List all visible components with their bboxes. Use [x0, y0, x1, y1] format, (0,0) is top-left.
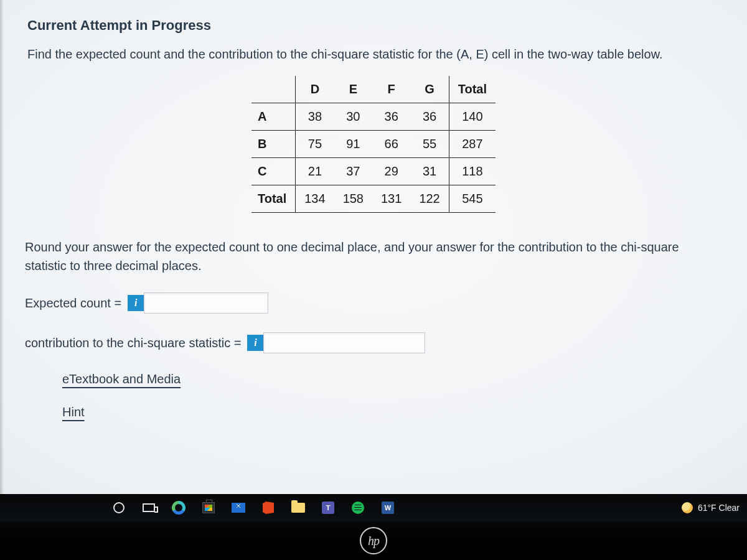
taskbar-left: T W [105, 495, 402, 520]
teams-icon: T [322, 502, 334, 514]
table-row: A 38 30 36 36 140 [251, 103, 496, 131]
table-cell-total: 140 [449, 103, 496, 131]
rounding-instructions: Round your answer for the expected count… [25, 238, 722, 275]
mail-button[interactable] [224, 495, 253, 520]
resource-links: eTextbook and Media Hint [62, 372, 722, 438]
task-view-icon [143, 503, 155, 512]
windows-taskbar: T W 61°F Clear [0, 494, 747, 521]
table-cell: 36 [372, 103, 410, 131]
table-cell: 31 [410, 158, 449, 185]
col-header: F [372, 76, 410, 103]
row-header: C [251, 158, 296, 185]
spotify-button[interactable] [344, 495, 372, 520]
etextbook-link[interactable]: eTextbook and Media [62, 372, 181, 386]
expected-count-input[interactable] [144, 292, 268, 314]
table-cell: 134 [296, 185, 334, 213]
task-view-button[interactable] [134, 495, 163, 520]
table-cell: 29 [372, 158, 410, 185]
col-header: E [334, 76, 372, 103]
expected-count-row: Expected count = i [25, 292, 722, 314]
start-button[interactable] [105, 495, 133, 520]
mail-icon [232, 503, 245, 513]
col-header: G [410, 76, 449, 103]
table-cell: 37 [334, 158, 372, 185]
section-title: Current Attempt in Progress [27, 17, 722, 34]
two-way-table: D E F G Total A 38 30 36 36 140 B [251, 76, 496, 213]
table-cell: 21 [296, 158, 334, 185]
edge-icon [172, 501, 186, 515]
store-button[interactable] [194, 495, 223, 520]
table-cell-total: 118 [449, 158, 496, 185]
teams-button[interactable]: T [314, 495, 342, 520]
table-cell: 36 [410, 103, 449, 131]
row-header-total: Total [251, 185, 296, 213]
contribution-label: contribution to the chi-square statistic… [25, 336, 241, 350]
table-cell: 75 [296, 131, 334, 158]
table-row: C 21 37 29 31 118 [251, 158, 496, 185]
taskbar-right: 61°F Clear [682, 502, 742, 513]
table-cell: 38 [296, 103, 334, 131]
office-icon [263, 502, 274, 514]
info-icon[interactable]: i [247, 335, 263, 351]
weather-icon [682, 502, 693, 513]
table-row: B 75 91 66 55 287 [251, 131, 496, 158]
weather-text[interactable]: 61°F Clear [698, 503, 740, 513]
table-cell-grand-total: 545 [449, 185, 496, 213]
table-corner-cell [251, 76, 296, 103]
table-cell-total: 287 [449, 131, 496, 158]
folder-icon [291, 503, 305, 513]
left-shadow-edge [0, 0, 4, 494]
row-header: B [251, 131, 296, 158]
col-header: D [296, 76, 334, 103]
table-cell: 91 [334, 131, 372, 158]
question-prompt: Find the expected count and the contribu… [27, 45, 722, 63]
info-icon[interactable]: i [128, 295, 144, 311]
table-row-total: Total 134 158 131 122 545 [251, 185, 496, 213]
word-button[interactable]: W [374, 495, 402, 520]
col-header-total: Total [449, 76, 496, 103]
contribution-row: contribution to the chi-square statistic… [25, 332, 722, 353]
table-cell: 66 [372, 131, 410, 158]
contribution-input[interactable] [263, 332, 425, 353]
laptop-bezel: hp [0, 521, 747, 560]
expected-count-label: Expected count = [25, 296, 121, 310]
table-header-row: D E F G Total [251, 76, 496, 103]
microsoft-store-icon [202, 502, 215, 513]
question-page: Current Attempt in Progress Find the exp… [0, 0, 747, 438]
row-header: A [251, 103, 296, 131]
hp-logo: hp [360, 527, 387, 554]
file-explorer-button[interactable] [284, 495, 312, 520]
spotify-icon [352, 502, 364, 514]
hint-link[interactable]: Hint [62, 405, 85, 419]
table-cell: 30 [334, 103, 372, 131]
cortana-circle-icon [113, 502, 125, 513]
table-cell: 122 [410, 185, 449, 213]
word-icon: W [382, 502, 394, 514]
edge-button[interactable] [164, 495, 193, 520]
table-cell: 55 [410, 131, 449, 158]
two-way-table-wrap: D E F G Total A 38 30 36 36 140 B [25, 76, 722, 213]
table-cell: 158 [334, 185, 372, 213]
office-button[interactable] [254, 495, 283, 520]
table-cell: 131 [372, 185, 410, 213]
